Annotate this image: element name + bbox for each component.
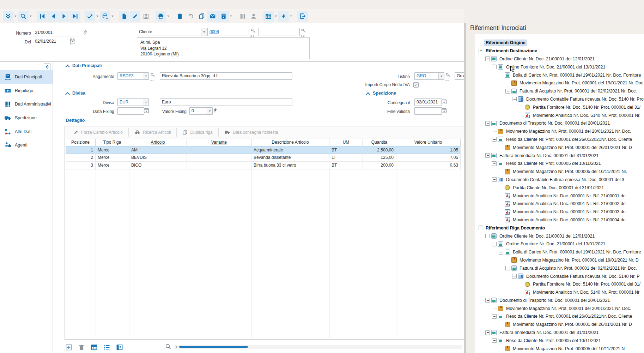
refresh-data-icon[interactable] — [100, 11, 110, 22]
forza-cambio-articolo-button[interactable]: Forza Cambio Articolo — [68, 128, 128, 137]
tree-item[interactable]: Movimento Analitico Nr. Doc. 5140 Nr. Pr… — [475, 111, 644, 119]
exit-icon[interactable] — [297, 11, 308, 22]
listino-code-select[interactable]: GRO — [414, 72, 444, 80]
calendar-icon[interactable] — [70, 38, 75, 44]
del-date-field[interactable]: 02/01/2021 — [33, 38, 71, 45]
grid-view-icon[interactable] — [90, 343, 98, 352]
table-row[interactable]: 2 Merce BEVDIS Bevanda dissetante LT 125… — [66, 154, 461, 162]
tree-item[interactable]: Partita Fornitore Nr. Doc. 5140 Nr. Prot… — [475, 280, 644, 288]
tree-item[interactable]: Bolla di Carico Nr. Prot. 000001 del 19/… — [475, 248, 644, 256]
duplica-riga-button[interactable]: Duplica riga — [177, 128, 218, 137]
tree-item[interactable]: Fattura Immediata Nr. Doc. 000001 del 31… — [475, 329, 644, 337]
last-record-icon[interactable] — [70, 11, 80, 22]
sidebar-item-dati-amministrativi[interactable]: Dati Amministrativi — [0, 97, 53, 111]
importi-corpo-netto-iva-checkbox[interactable]: ✓ — [413, 82, 419, 88]
collapse-toggle-icon[interactable] — [492, 314, 497, 319]
tree-item[interactable]: Movimento Analitico Nr. Doc. 5140 Nr. Pr… — [475, 288, 644, 297]
tree-item[interactable]: Bolla di Carico Nr. Prot. 000001 del 19/… — [475, 71, 644, 79]
tree-item[interactable]: Fattura di Acquisto Nr. Prot. 000001 del… — [475, 264, 644, 272]
collapse-toggle-icon[interactable] — [499, 73, 503, 77]
sidebar-item-spedizione[interactable]: Spedizione — [0, 111, 53, 125]
first-record-icon[interactable] — [37, 11, 48, 22]
dropdown-caret[interactable] — [274, 11, 278, 22]
tree-item[interactable]: Movimento Analitico Nr. Doc. 000001 Nr. … — [475, 192, 644, 200]
collapse-toggle-icon[interactable] — [512, 274, 517, 279]
chevron-down-icon[interactable] — [207, 108, 212, 114]
tree-item[interactable]: Reso da Cliente Nr. Prot. 000001 del 26/… — [475, 136, 644, 144]
collapse-section-icon[interactable] — [65, 65, 70, 69]
tree-item[interactable]: Documento Contabile Fattura ricevuta Nr.… — [475, 272, 644, 280]
dropdown-caret[interactable] — [166, 11, 170, 22]
quick-actions-icon[interactable] — [278, 11, 289, 22]
tree-item[interactable]: Movimento Magazzino Nr. Prot. 000001 del… — [475, 143, 644, 151]
table-row[interactable]: 3 Merce BICO Birra buona 33 cl vetro BT … — [66, 162, 461, 169]
tree-item[interactable]: Fattura di Acquisto Nr. Prot. 000001 del… — [475, 87, 644, 95]
tree-item[interactable]: Movimento Magazzino Nr. Prot. 000001 del… — [475, 79, 644, 87]
tree-item[interactable]: Riferimenti Riga Documento — [475, 224, 644, 232]
search-icon[interactable] — [165, 343, 171, 351]
collapse-toggle-icon[interactable] — [492, 65, 497, 69]
dropdown-caret[interactable] — [111, 11, 114, 22]
collapse-toggle-icon[interactable] — [485, 234, 490, 238]
tree-item[interactable]: Documento Contabile Fattura ricevuta Nr.… — [475, 95, 644, 103]
tree-item[interactable]: Reso da Cliente Nr. Prot. 000005 del 10/… — [475, 336, 644, 345]
key-search-icon[interactable]: a-z — [250, 28, 258, 37]
section-spedizione[interactable]: Spedizione — [373, 91, 396, 96]
column-header[interactable]: Tipo Riga — [96, 139, 129, 146]
tree-item[interactable]: Movimento Magazzino Nr. Prot. 000001 del… — [475, 304, 644, 312]
column-header[interactable]: Posizione — [66, 139, 96, 146]
tree-item[interactable]: Movimento Magazzino Nr. Prot. 000001 del… — [475, 127, 644, 136]
tree-item[interactable]: Ordine Cliente Nr. Doc. 21/00001 del 12/… — [475, 55, 644, 63]
consegna-date-field[interactable]: 02/01/2021 — [414, 98, 442, 106]
collapse-toggle-icon[interactable] — [479, 226, 483, 230]
chevron-down-icon[interactable] — [438, 73, 444, 79]
collapse-section-icon[interactable] — [366, 92, 370, 97]
columns-icon[interactable] — [237, 11, 248, 22]
column-header[interactable]: Variante — [187, 139, 251, 146]
tree-item[interactable]: Movimento Magazzino Nr. Prot. 000005 del… — [475, 168, 644, 176]
save-icon[interactable] — [141, 11, 151, 22]
fine-validita-field[interactable] — [414, 107, 442, 115]
horizontal-scrollbar[interactable] — [175, 345, 462, 349]
dropdown-caret[interactable] — [289, 11, 293, 22]
copy-icon[interactable] — [196, 11, 207, 22]
sidebar-item-dati-principali[interactable]: Dati Principali — [0, 70, 53, 84]
tree-item[interactable]: Partita Fornitore Nr. Doc. 5140 Nr. Prot… — [475, 103, 644, 111]
grid-icon[interactable] — [263, 11, 274, 22]
tree-item[interactable]: Documento di Trasporto Nr. Doc. 000001 d… — [475, 297, 644, 305]
collapse-toggle-icon[interactable] — [485, 153, 490, 158]
key-search-icon[interactable]: a-z — [445, 73, 453, 81]
tree-item[interactable]: Ordine Fornitore Nr. Doc. 21/00001 del 1… — [475, 240, 644, 248]
collapse-toggle-icon[interactable] — [492, 177, 497, 182]
print-icon[interactable] — [156, 11, 166, 22]
collapse-toggle-icon[interactable] — [492, 338, 497, 343]
scrollbar-thumb[interactable] — [179, 346, 248, 348]
tree-item[interactable]: Riferimenti Destinazione — [475, 47, 644, 55]
column-header[interactable]: Articolo — [129, 139, 187, 146]
data-fixing-field[interactable] — [117, 107, 144, 115]
numero-field[interactable]: 21/00001 — [33, 29, 81, 36]
key-search-icon[interactable]: a-z — [150, 73, 158, 81]
calendar-icon[interactable] — [441, 99, 447, 104]
cliente-code-field[interactable]: 0006 — [207, 28, 249, 36]
column-header[interactable]: Descrizione Articolo — [251, 139, 329, 146]
tree-item[interactable]: Movimento Magazzino Nr. Prot. 000005 del… — [475, 345, 644, 353]
section-dati-principali[interactable]: Dati Principali — [72, 63, 102, 68]
delete-icon[interactable] — [175, 11, 185, 22]
ricerca-articoli-button[interactable]: Ricerca Articoli — [129, 128, 176, 137]
collapse-toggle-icon[interactable] — [485, 56, 490, 61]
divisa-desc-field[interactable]: Euro — [160, 98, 292, 106]
data-consegna-richiesta-button[interactable]: Data consegna richiesta — [219, 128, 284, 137]
collapse-section-icon[interactable] — [65, 92, 70, 97]
search-icon[interactable] — [18, 11, 29, 22]
key-search-icon[interactable]: a-z — [301, 28, 309, 37]
sidebar-item-altri-dati[interactable]: Altri Dati — [0, 125, 53, 138]
collapse-toggle-icon[interactable] — [492, 161, 497, 166]
tree-item[interactable]: Reso da Cliente Nr. Prot. 000001 del 26/… — [475, 312, 644, 321]
tree-item[interactable]: Movimento Analitico Nr. Doc. 000001 Nr. … — [475, 200, 644, 208]
tree-item[interactable]: Fattura Immediata Nr. Doc. 000001 del 31… — [475, 151, 644, 160]
lightning-icon[interactable] — [83, 29, 88, 37]
lightning-icon[interactable] — [212, 107, 218, 115]
valore-fixing-spinner[interactable]: 0 — [189, 107, 213, 115]
tree-item[interactable]: Riferimenti Origine — [475, 39, 644, 47]
